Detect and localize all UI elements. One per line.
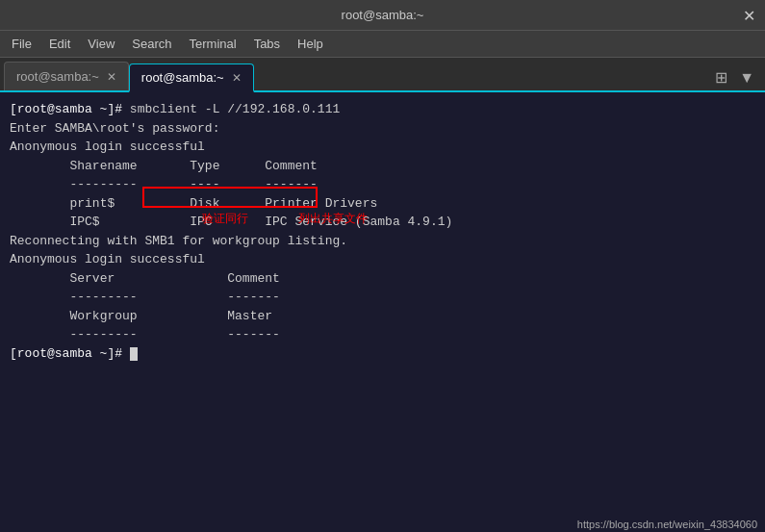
term-line-4: Sharename Type Comment [10, 157, 755, 176]
term-line-5: --------- ---- ------- [10, 175, 755, 194]
status-url: https://blog.csdn.net/weixin_43834060 [577, 519, 757, 530]
tab-2[interactable]: root@samba:~ ✕ [129, 63, 254, 92]
title-bar: root@samba:~ ✕ [0, 0, 765, 31]
term-line-6: print$ Disk Printer Drivers [10, 194, 755, 214]
term-line-15: --------- ------- [10, 325, 755, 344]
menu-edit[interactable]: Edit [41, 34, 78, 54]
tab-2-label: root@samba:~ [141, 70, 224, 85]
title-bar-text: root@samba:~ [342, 8, 424, 22]
menu-tabs[interactable]: Tabs [246, 34, 288, 54]
new-tab-button[interactable]: ⊞ [712, 68, 730, 87]
window-close-button[interactable]: ✕ [743, 6, 755, 24]
tab-bar-actions: ⊞ ▼ [712, 68, 757, 87]
term-line-0: [root@samba ~]# smbclient -L //192.168.0… [10, 100, 755, 119]
tab-1-close[interactable]: ✕ [107, 70, 116, 84]
tab-menu-button[interactable]: ▼ [736, 69, 757, 87]
term-line-14: Workgroup Master [10, 307, 755, 326]
tab-bar: root@samba:~ ✕ root@samba:~ ✕ ⊞ ▼ [0, 58, 765, 92]
term-line-17: [root@samba ~]# [10, 344, 755, 364]
term-line-7: IPC$ IPC IPC Service (Samba 4.9.1) [10, 213, 755, 232]
term-line-11: Server Comment [10, 269, 755, 289]
terminal-area[interactable]: [root@samba ~]# smbclient -L //192.168.0… [0, 92, 765, 532]
tab-1[interactable]: root@samba:~ ✕ [4, 62, 129, 90]
menu-view[interactable]: View [80, 34, 122, 54]
menu-search[interactable]: Search [124, 34, 179, 54]
menu-terminal[interactable]: Terminal [182, 34, 244, 54]
term-line-8: Reconnecting with SMB1 for workgroup lis… [10, 232, 755, 251]
tab-2-close[interactable]: ✕ [232, 71, 242, 85]
term-line-12: --------- ------- [10, 288, 755, 307]
menu-help[interactable]: Help [290, 34, 331, 54]
term-line-2: Anonymous login successful [10, 138, 755, 157]
menu-file[interactable]: File [4, 34, 39, 54]
tab-1-label: root@samba:~ [16, 69, 99, 84]
status-bar: https://blog.csdn.net/weixin_43834060 [570, 517, 765, 532]
menu-bar: File Edit View Search Terminal Tabs Help [0, 31, 765, 58]
term-line-9: Anonymous login successful [10, 250, 755, 269]
term-line-1: Enter SAMBA\root's password: [10, 119, 755, 139]
